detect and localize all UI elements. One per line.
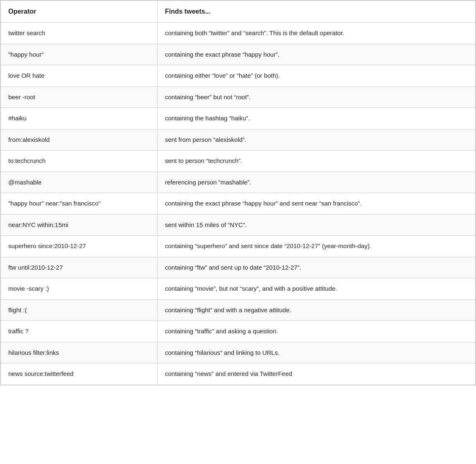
description-cell: referencing person “mashable”. — [157, 172, 476, 193]
operator-cell: @mashable — [1, 172, 158, 193]
table-row: traffic ?containing “traffic” and asking… — [1, 321, 476, 342]
operator-cell: ftw until:2010-12-27 — [1, 257, 158, 278]
table-row: from:alexiskoldsent from person “alexisk… — [1, 129, 476, 151]
column-header-description: Finds tweets... — [157, 1, 476, 23]
table-row: superhero since:2010-12-27containing “su… — [1, 236, 476, 257]
description-cell: containing “traffic” and asking a questi… — [157, 321, 476, 342]
operator-cell: "happy hour" — [1, 44, 158, 65]
description-cell: sent to person “techcrunch”. — [157, 151, 476, 172]
table-row: near:NYC within:15misent within 15 miles… — [1, 214, 476, 236]
table-row: "happy hour"containing the exact phrase … — [1, 44, 476, 65]
table-row: movie -scary :)containing “movie”, but n… — [1, 278, 476, 300]
operator-cell: from:alexiskold — [1, 129, 158, 151]
operator-cell: superhero since:2010-12-27 — [1, 236, 158, 257]
table-row: @mashablereferencing person “mashable”. — [1, 172, 476, 193]
table-row: #haikucontaining the hashtag “haiku”. — [1, 108, 476, 129]
operator-cell: twitter search — [1, 23, 158, 44]
column-header-operator: Operator — [1, 1, 158, 23]
description-cell: sent from person “alexiskold”. — [157, 129, 476, 151]
description-cell: containing either “love” or “hate” (or b… — [157, 65, 476, 87]
table-row: "happy hour" near:"san francisco"contain… — [1, 193, 476, 215]
table-row: news source:twitterfeedcontaining “news”… — [1, 364, 476, 385]
description-cell: containing “hilarious” and linking to UR… — [157, 342, 476, 364]
operator-cell: movie -scary :) — [1, 278, 158, 300]
table-row: twitter searchcontaining both “twitter” … — [1, 23, 476, 44]
operator-cell: traffic ? — [1, 321, 158, 342]
description-cell: containing the hashtag “haiku”. — [157, 108, 476, 129]
table-row: hilarious filter:linkscontaining “hilari… — [1, 342, 476, 364]
description-cell: sent within 15 miles of “NYC”. — [157, 214, 476, 236]
operator-cell: near:NYC within:15mi — [1, 214, 158, 236]
table-row: to:techcrunchsent to person “techcrunch”… — [1, 151, 476, 172]
table-row: beer -rootcontaining “beer” but not “roo… — [1, 86, 476, 108]
operator-cell: #haiku — [1, 108, 158, 129]
table-header-row: Operator Finds tweets... — [1, 1, 476, 23]
description-cell: containing the exact phrase “happy hour”… — [157, 44, 476, 65]
operator-cell: news source:twitterfeed — [1, 364, 158, 385]
description-cell: containing “news” and entered via Twitte… — [157, 364, 476, 385]
operator-cell: flight :( — [1, 299, 158, 321]
table-row: love OR hatecontaining either “love” or … — [1, 65, 476, 87]
main-table-wrapper: Operator Finds tweets... twitter searchc… — [0, 0, 476, 385]
operator-cell: love OR hate — [1, 65, 158, 87]
description-cell: containing “beer” but not “root”. — [157, 86, 476, 108]
description-cell: containing “ftw” and sent up to date “20… — [157, 257, 476, 278]
description-cell: containing “superhero” and sent since da… — [157, 236, 476, 257]
description-cell: containing the exact phrase “happy hour”… — [157, 193, 476, 215]
operator-cell: "happy hour" near:"san francisco" — [1, 193, 158, 215]
description-cell: containing both “twitter” and “search”. … — [157, 23, 476, 44]
operator-cell: hilarious filter:links — [1, 342, 158, 364]
operator-cell: beer -root — [1, 86, 158, 108]
description-cell: containing “flight” and with a negative … — [157, 299, 476, 321]
operator-cell: to:techcrunch — [1, 151, 158, 172]
operators-table: Operator Finds tweets... twitter searchc… — [0, 0, 476, 385]
table-row: flight :(containing “flight” and with a … — [1, 299, 476, 321]
description-cell: containing “movie”, but not “scary”, and… — [157, 278, 476, 300]
table-row: ftw until:2010-12-27containing “ftw” and… — [1, 257, 476, 278]
